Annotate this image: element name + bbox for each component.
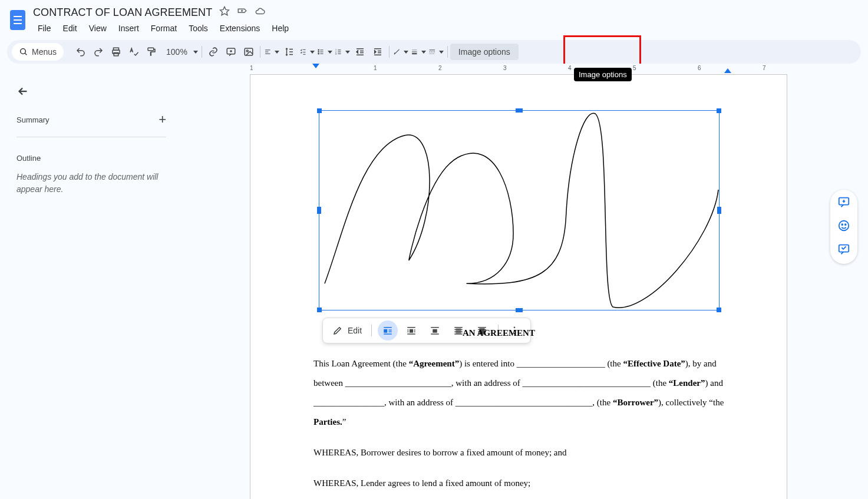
svg-point-21 bbox=[318, 53, 319, 54]
zoom-value: 100% bbox=[166, 47, 187, 57]
menu-view[interactable]: View bbox=[84, 21, 111, 35]
outline-empty-text: Headings you add to the document will ap… bbox=[16, 171, 164, 196]
ruler-tick-label: 6 bbox=[698, 65, 701, 71]
add-comment-rail-button[interactable] bbox=[837, 196, 850, 211]
search-menus-button[interactable]: Menus bbox=[12, 43, 64, 61]
search-menus-label: Menus bbox=[32, 47, 57, 57]
indent-right-marker[interactable] bbox=[724, 68, 731, 73]
svg-point-76 bbox=[845, 224, 846, 225]
svg-point-74 bbox=[839, 221, 849, 231]
drawing-content bbox=[319, 111, 719, 310]
zoom-select[interactable]: 100% bbox=[165, 47, 199, 57]
outline-collapse-button[interactable] bbox=[16, 85, 166, 100]
undo-button[interactable] bbox=[72, 43, 90, 61]
ruler-tick-label: 5 bbox=[633, 65, 636, 71]
summary-heading: Summary bbox=[16, 115, 49, 124]
checklist-button[interactable] bbox=[298, 43, 316, 61]
border-dash-button[interactable] bbox=[427, 43, 445, 61]
decrease-indent-button[interactable] bbox=[351, 43, 369, 61]
menu-help[interactable]: Help bbox=[267, 21, 293, 35]
insert-link-button[interactable] bbox=[204, 43, 222, 61]
svg-point-20 bbox=[318, 51, 319, 52]
side-action-rail bbox=[830, 190, 857, 264]
svg-rect-6 bbox=[148, 48, 154, 51]
line-spacing-button[interactable] bbox=[280, 43, 298, 61]
document-canvas[interactable]: Edit AN AGREEMENT This Loan Agreement (t… bbox=[177, 74, 868, 499]
menu-insert[interactable]: Insert bbox=[114, 21, 144, 35]
svg-point-19 bbox=[318, 49, 319, 51]
doc-heading: AN AGREEMENT bbox=[463, 328, 535, 338]
svg-text:3: 3 bbox=[335, 53, 336, 55]
ruler-tick-label: 1 bbox=[250, 65, 253, 71]
outline-panel: Summary + Outline Headings you add to th… bbox=[0, 74, 177, 499]
page: Edit AN AGREEMENT This Loan Agreement (t… bbox=[250, 74, 787, 499]
selected-image[interactable] bbox=[319, 110, 720, 310]
horizontal-ruler[interactable]: 1 1 2 3 4 5 6 7 bbox=[0, 64, 868, 74]
vertical-ruler[interactable] bbox=[177, 74, 187, 499]
svg-point-1 bbox=[21, 49, 26, 54]
crop-image-button[interactable] bbox=[392, 43, 410, 61]
numbered-list-button[interactable]: 123 bbox=[334, 43, 351, 61]
indent-first-line-marker[interactable] bbox=[312, 64, 319, 68]
redo-button[interactable] bbox=[90, 43, 107, 61]
add-comment-button[interactable] bbox=[222, 43, 240, 61]
print-button[interactable] bbox=[107, 43, 125, 61]
menu-tools[interactable]: Tools bbox=[184, 21, 213, 35]
spellcheck-button[interactable] bbox=[125, 43, 143, 61]
insert-image-button[interactable] bbox=[240, 43, 258, 61]
cloud-status-icon[interactable] bbox=[255, 6, 265, 19]
menu-format[interactable]: Format bbox=[146, 21, 181, 35]
svg-rect-8 bbox=[245, 48, 253, 55]
star-icon[interactable] bbox=[219, 6, 230, 19]
image-options-button[interactable]: Image options bbox=[450, 44, 519, 60]
paint-format-button[interactable] bbox=[143, 43, 160, 61]
suggest-edits-rail-button[interactable] bbox=[837, 243, 850, 258]
svg-marker-0 bbox=[220, 7, 229, 15]
docs-logo-icon[interactable] bbox=[7, 6, 28, 34]
ruler-tick-label: 2 bbox=[438, 65, 442, 71]
ruler-tick-label: 7 bbox=[763, 65, 766, 71]
align-button[interactable] bbox=[263, 43, 280, 61]
ruler-tick-label: 1 bbox=[374, 65, 377, 71]
menu-edit[interactable]: Edit bbox=[58, 21, 82, 35]
main-toolbar: Menus 100% 123 Image options bbox=[7, 40, 861, 64]
ruler-tick-label: 4 bbox=[568, 65, 572, 71]
bulleted-list-button[interactable] bbox=[316, 43, 334, 61]
document-body[interactable]: AN AGREEMENT This Loan Agreement (the “A… bbox=[313, 323, 726, 493]
move-icon[interactable] bbox=[237, 6, 247, 19]
svg-point-9 bbox=[246, 50, 248, 52]
ruler-tick-label: 3 bbox=[503, 65, 507, 71]
image-options-tooltip: Image options bbox=[574, 68, 632, 81]
menu-file[interactable]: File bbox=[33, 21, 56, 35]
add-summary-button[interactable]: + bbox=[159, 112, 166, 127]
document-title[interactable]: CONTRACT OF LOAN AGREEMENT bbox=[33, 6, 212, 19]
add-emoji-rail-button[interactable] bbox=[837, 219, 850, 234]
svg-point-75 bbox=[841, 224, 843, 225]
outline-heading: Outline bbox=[16, 154, 166, 163]
menu-extensions[interactable]: Extensions bbox=[215, 21, 265, 35]
menu-bar: File Edit View Insert Format Tools Exten… bbox=[33, 21, 293, 35]
increase-indent-button[interactable] bbox=[369, 43, 387, 61]
border-weight-button[interactable] bbox=[410, 43, 427, 61]
svg-line-2 bbox=[25, 53, 27, 55]
